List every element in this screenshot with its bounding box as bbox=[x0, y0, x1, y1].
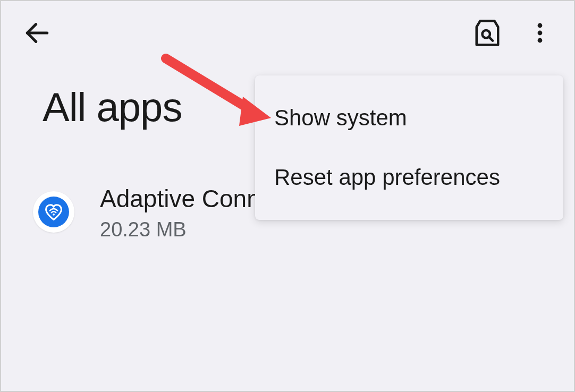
svg-point-3 bbox=[538, 23, 543, 28]
more-vert-icon bbox=[527, 20, 553, 46]
overflow-menu: Show system Reset app preferences bbox=[255, 75, 563, 220]
svg-point-4 bbox=[538, 31, 543, 36]
topbar-right bbox=[473, 19, 553, 47]
menu-item-show-system[interactable]: Show system bbox=[255, 88, 563, 148]
search-button[interactable] bbox=[473, 19, 502, 47]
menu-item-reset-preferences[interactable]: Reset app preferences bbox=[255, 148, 563, 207]
back-arrow-icon bbox=[22, 18, 52, 48]
svg-point-5 bbox=[538, 38, 543, 43]
app-settings-screen: All apps Show system Reset app preferenc… bbox=[0, 0, 575, 392]
page-search-icon bbox=[473, 19, 502, 47]
topbar-left bbox=[22, 18, 52, 48]
more-button[interactable] bbox=[527, 20, 553, 46]
heart-wifi-icon bbox=[38, 197, 69, 227]
top-bar bbox=[1, 1, 574, 58]
back-button[interactable] bbox=[22, 18, 52, 48]
svg-point-10 bbox=[53, 214, 55, 216]
app-icon-wrapper bbox=[33, 191, 74, 233]
app-size: 20.23 MB bbox=[100, 218, 436, 241]
svg-line-2 bbox=[489, 37, 493, 41]
